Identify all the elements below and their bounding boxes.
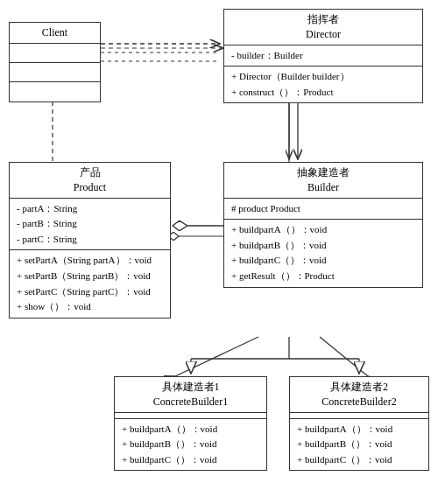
concrete1-method1: + buildpartA（）：void	[122, 422, 259, 438]
builder-box: 抽象建造者 Builder # product Product + buildp…	[223, 162, 423, 288]
client-section2	[10, 63, 100, 82]
product-attr3: - partC：String	[17, 232, 163, 248]
concrete2-english: ConcreteBuilder2	[294, 395, 424, 410]
director-section2: + Director（Builder builder） + construct（…	[224, 66, 422, 102]
concrete1-methods: + buildpartA（）：void + buildpartB（）：void …	[115, 419, 266, 471]
product-method1: + setPartA（String partA）：void	[17, 253, 163, 269]
builder-methods: + buildpartA（）：void + buildpartB（）：void …	[224, 220, 422, 286]
director-attr1: - builder：Builder	[231, 48, 415, 64]
director-chinese: 指挥者	[229, 12, 418, 27]
concrete2-methods: + buildpartA（）：void + buildpartB（）：void …	[290, 419, 428, 471]
builder-method4: + getResult（）：Product	[231, 269, 415, 284]
director-box: 指挥者 Director - builder：Builder + Directo…	[223, 9, 423, 103]
product-chinese: 产品	[14, 165, 166, 180]
concrete2-separator	[290, 413, 428, 419]
concrete1-header: 具体建造者1 ConcreteBuilder1	[115, 377, 266, 413]
concrete2-chinese: 具体建造者2	[294, 380, 424, 395]
client-box: Client	[9, 22, 101, 102]
concrete2-method1: + buildpartA（）：void	[297, 422, 421, 438]
builder-attr1: # product Product	[231, 201, 415, 217]
product-attr1: - partA：String	[17, 201, 163, 217]
director-section1: - builder：Builder	[224, 46, 422, 67]
concrete1-box: 具体建造者1 ConcreteBuilder1 + buildpartA（）：v…	[114, 376, 267, 471]
concrete2-method2: + buildpartB（）：void	[297, 437, 421, 452]
concrete1-method3: + buildpartC（）：void	[122, 452, 259, 468]
product-box: 产品 Product - partA：String - partB：String…	[9, 162, 171, 318]
concrete1-method2: + buildpartB（）：void	[122, 437, 259, 452]
builder-method1: + buildpartA（）：void	[231, 222, 415, 238]
director-method2: + construct（）：Product	[231, 85, 415, 101]
product-method4: + show（）：void	[17, 299, 163, 315]
client-header: Client	[10, 23, 100, 44]
builder-method2: + buildpartB（）：void	[231, 238, 415, 254]
client-section1	[10, 44, 100, 63]
product-methods: + setPartA（String partA）：void + setPartB…	[10, 250, 170, 317]
concrete2-box: 具体建造者2 ConcreteBuilder2 + buildpartA（）：v…	[289, 376, 429, 471]
builder-english: Builder	[229, 180, 418, 195]
builder-chinese: 抽象建造者	[229, 165, 418, 180]
svg-line-6	[175, 337, 258, 376]
builder-method3: + buildpartC（）：void	[231, 253, 415, 269]
svg-line-7	[320, 337, 368, 376]
client-section3	[10, 82, 100, 102]
product-attr2: - partB：String	[17, 216, 163, 232]
uml-diagram: Client 指挥者 Director - builder：Builder + …	[0, 0, 438, 504]
product-english: Product	[14, 180, 166, 195]
builder-attrs: # product Product	[224, 199, 422, 220]
product-attrs: - partA：String - partB：String - partC：St…	[10, 199, 170, 251]
builder-header: 抽象建造者 Builder	[224, 163, 422, 199]
product-method2: + setPartB（String partB）：void	[17, 269, 163, 284]
concrete1-chinese: 具体建造者1	[119, 380, 262, 395]
concrete2-header: 具体建造者2 ConcreteBuilder2	[290, 377, 428, 413]
product-header: 产品 Product	[10, 163, 170, 199]
director-method1: + Director（Builder builder）	[231, 69, 415, 85]
client-label: Client	[42, 26, 67, 38]
director-header: 指挥者 Director	[224, 10, 422, 46]
director-english: Director	[229, 27, 418, 42]
concrete1-english: ConcreteBuilder1	[119, 395, 262, 410]
product-method3: + setPartC（String partC）：void	[17, 284, 163, 300]
concrete2-method3: + buildpartC（）：void	[297, 452, 421, 468]
concrete1-separator	[115, 413, 266, 419]
